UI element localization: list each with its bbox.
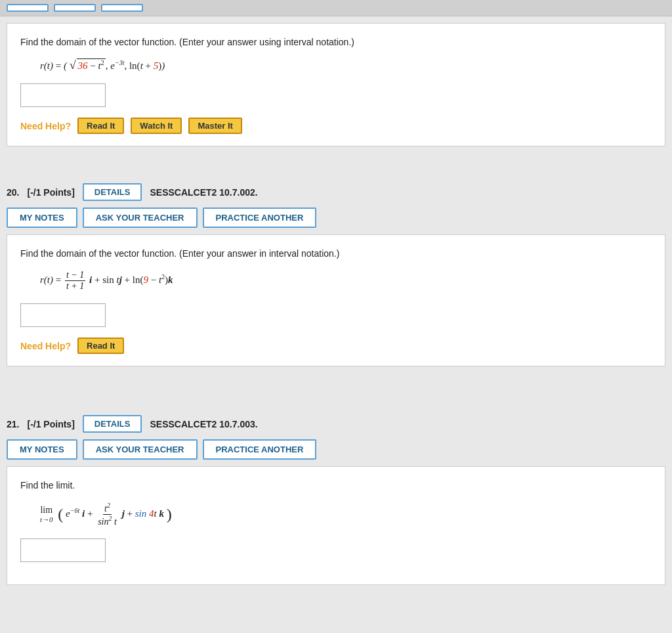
question-21-formula: lim t→0 ( e−6t i + t2 sin2 t j + sin 4t … xyxy=(40,502,652,527)
question-21-practice-btn[interactable]: PRACTICE ANOTHER xyxy=(203,439,317,460)
top-bar xyxy=(0,0,672,16)
question-20-number: 20. xyxy=(7,187,19,198)
top-watch-it-btn[interactable]: Watch It xyxy=(131,118,182,134)
top-master-it-btn[interactable]: Master It xyxy=(188,118,242,134)
top-need-help: Need Help? Read It Watch It Master It xyxy=(20,118,652,134)
top-bar-btn-1[interactable] xyxy=(7,4,49,12)
question-21-content: Find the limit. lim t→0 ( e−6t i + t2 si… xyxy=(7,466,665,585)
question-21-header: 21. [-/1 Points] DETAILS SESSCALCET2 10.… xyxy=(7,415,665,433)
question-21-id: SESSCALCET2 10.7.003. xyxy=(150,419,257,429)
top-bar-btn-3[interactable] xyxy=(101,4,143,12)
question-21-details-btn[interactable]: DETAILS xyxy=(83,415,142,433)
question-20-formula: r(t) = t − 1 t + 1 i + sin tj + ln(9 − t… xyxy=(40,270,652,292)
top-read-it-btn[interactable]: Read It xyxy=(77,118,124,134)
top-problem-formula: r(t) = ( √ 36 − t2 , e−3t, ln(t + 5)) xyxy=(40,58,652,72)
question-20-actions: MY NOTES ASK YOUR TEACHER PRACTICE ANOTH… xyxy=(7,207,665,228)
question-21-problem-text: Find the limit. xyxy=(20,479,652,492)
question-20-details-btn[interactable]: DETAILS xyxy=(83,183,142,201)
top-bar-btn-2[interactable] xyxy=(54,4,96,12)
top-problem-text: Find the domain of the vector function. … xyxy=(20,35,652,49)
question-20-need-help-label: Need Help? xyxy=(20,341,71,351)
question-20-points: [-/1 Points] xyxy=(27,187,74,198)
question-20-ask-teacher-btn[interactable]: ASK YOUR TEACHER xyxy=(83,207,198,228)
question-20-content: Find the domain of the vector function. … xyxy=(7,234,665,366)
question-20-read-it-btn[interactable]: Read It xyxy=(77,338,124,354)
question-20-answer-input[interactable] xyxy=(20,303,106,327)
question-20-header: 20. [-/1 Points] DETAILS SESSCALCET2 10.… xyxy=(7,183,665,201)
question-20-id: SESSCALCET2 10.7.002. xyxy=(150,187,257,198)
question-21-answer-input[interactable] xyxy=(20,538,106,562)
question-21-actions: MY NOTES ASK YOUR TEACHER PRACTICE ANOTH… xyxy=(7,439,665,460)
question-20-block: 20. [-/1 Points] DETAILS SESSCALCET2 10.… xyxy=(0,173,672,373)
question-21-my-notes-btn[interactable]: MY NOTES xyxy=(7,439,77,460)
question-20-need-help: Need Help? Read It xyxy=(20,338,652,354)
question-20-practice-btn[interactable]: PRACTICE ANOTHER xyxy=(203,207,317,228)
question-20-my-notes-btn[interactable]: MY NOTES xyxy=(7,207,77,228)
top-problem-box: Find the domain of the vector function. … xyxy=(7,23,665,146)
question-21-ask-teacher-btn[interactable]: ASK YOUR TEACHER xyxy=(83,439,198,460)
top-answer-input[interactable] xyxy=(20,83,106,107)
question-21-points: [-/1 Points] xyxy=(27,419,74,429)
question-21-block: 21. [-/1 Points] DETAILS SESSCALCET2 10.… xyxy=(0,404,672,592)
top-need-help-label: Need Help? xyxy=(20,121,71,131)
question-21-number: 21. xyxy=(7,419,19,429)
question-20-problem-text: Find the domain of the vector function. … xyxy=(20,247,652,261)
